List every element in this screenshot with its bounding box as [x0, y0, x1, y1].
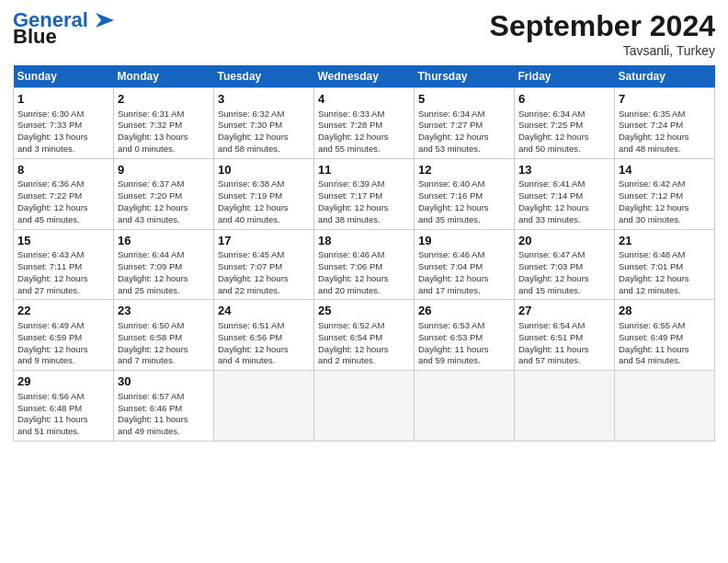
- day-info: Sunrise: 6:41 AM: [518, 178, 610, 190]
- day-info: Daylight: 12 hours: [619, 202, 711, 214]
- day-info: Daylight: 11 hours: [118, 414, 210, 426]
- day-number: 12: [418, 162, 510, 178]
- day-info: and 58 minutes.: [218, 144, 310, 155]
- day-info: Sunset: 6:58 PM: [118, 332, 210, 344]
- day-cell: 16Sunrise: 6:44 AMSunset: 7:09 PMDayligh…: [114, 229, 214, 300]
- day-number: 26: [418, 303, 510, 319]
- week-row-3: 15Sunrise: 6:43 AMSunset: 7:11 PMDayligh…: [14, 229, 715, 300]
- day-number: 9: [118, 162, 210, 178]
- day-info: Daylight: 12 hours: [218, 132, 310, 144]
- day-info: Sunrise: 6:38 AM: [218, 178, 310, 190]
- day-info: Sunset: 7:24 PM: [619, 120, 711, 132]
- day-cell: [515, 371, 615, 442]
- day-info: Sunrise: 6:34 AM: [518, 109, 610, 121]
- day-info: Sunset: 6:48 PM: [17, 403, 109, 415]
- day-info: Daylight: 12 hours: [418, 132, 510, 144]
- day-info: Sunrise: 6:39 AM: [318, 178, 410, 190]
- day-number: 29: [17, 373, 109, 390]
- day-info: Sunset: 7:30 PM: [218, 120, 310, 132]
- day-info: and 3 minutes.: [17, 144, 109, 155]
- day-info: and 22 minutes.: [218, 285, 310, 297]
- day-info: Sunrise: 6:50 AM: [118, 320, 210, 332]
- day-info: Sunrise: 6:40 AM: [418, 178, 510, 190]
- day-cell: 8Sunrise: 6:36 AMSunset: 7:22 PMDaylight…: [14, 158, 114, 229]
- day-info: Sunset: 6:56 PM: [218, 332, 310, 344]
- day-info: Sunset: 7:04 PM: [418, 261, 510, 273]
- day-info: Sunset: 7:28 PM: [318, 120, 410, 132]
- day-info: Daylight: 12 hours: [619, 132, 711, 144]
- day-number: 15: [17, 233, 109, 249]
- month-title: September 2024: [490, 9, 715, 43]
- day-info: Sunrise: 6:47 AM: [518, 249, 610, 261]
- day-cell: 13Sunrise: 6:41 AMSunset: 7:14 PMDayligh…: [515, 158, 615, 229]
- day-info: and 40 minutes.: [218, 214, 310, 226]
- day-info: Sunset: 7:09 PM: [118, 261, 210, 273]
- day-info: Sunrise: 6:37 AM: [118, 178, 210, 190]
- day-info: Sunrise: 6:30 AM: [17, 109, 109, 121]
- day-info: Sunrise: 6:53 AM: [418, 320, 510, 332]
- day-cell: 14Sunrise: 6:42 AMSunset: 7:12 PMDayligh…: [615, 158, 715, 229]
- week-row-2: 8Sunrise: 6:36 AMSunset: 7:22 PMDaylight…: [14, 158, 715, 229]
- day-number: 1: [17, 91, 109, 108]
- day-cell: 7Sunrise: 6:35 AMSunset: 7:24 PMDaylight…: [615, 88, 715, 159]
- day-info: Sunset: 6:51 PM: [518, 332, 610, 344]
- day-number: 24: [218, 303, 310, 319]
- day-info: Daylight: 13 hours: [118, 132, 210, 144]
- day-info: Sunset: 7:01 PM: [619, 261, 711, 273]
- day-info: Sunrise: 6:57 AM: [118, 391, 210, 403]
- day-cell: 18Sunrise: 6:46 AMSunset: 7:06 PMDayligh…: [314, 229, 415, 300]
- day-info: and 15 minutes.: [518, 285, 610, 297]
- day-info: Daylight: 12 hours: [518, 202, 610, 214]
- day-info: Daylight: 12 hours: [218, 202, 310, 214]
- header-cell-monday: Monday: [114, 65, 214, 88]
- day-info: Daylight: 11 hours: [17, 414, 109, 426]
- day-info: Daylight: 12 hours: [318, 344, 410, 356]
- day-info: Sunrise: 6:48 AM: [619, 249, 711, 261]
- day-cell: 11Sunrise: 6:39 AMSunset: 7:17 PMDayligh…: [314, 158, 415, 229]
- day-info: Sunrise: 6:36 AM: [17, 178, 109, 190]
- day-number: 18: [318, 233, 410, 249]
- day-info: Sunset: 7:19 PM: [218, 190, 310, 202]
- day-info: Sunset: 6:53 PM: [418, 332, 510, 344]
- day-info: and 54 minutes.: [619, 355, 711, 367]
- day-info: Daylight: 12 hours: [118, 202, 210, 214]
- day-cell: 22Sunrise: 6:49 AMSunset: 6:59 PMDayligh…: [14, 300, 114, 371]
- week-row-1: 1Sunrise: 6:30 AMSunset: 7:33 PMDaylight…: [14, 88, 715, 159]
- calendar-body: 1Sunrise: 6:30 AMSunset: 7:33 PMDaylight…: [14, 88, 715, 442]
- day-number: 3: [218, 91, 310, 108]
- day-info: Sunset: 7:16 PM: [418, 190, 510, 202]
- day-cell: 1Sunrise: 6:30 AMSunset: 7:33 PMDaylight…: [14, 88, 114, 159]
- day-info: Sunrise: 6:45 AM: [218, 249, 310, 261]
- day-info: and 30 minutes.: [619, 214, 711, 226]
- day-cell: 10Sunrise: 6:38 AMSunset: 7:19 PMDayligh…: [214, 158, 314, 229]
- day-info: Sunset: 6:59 PM: [17, 332, 109, 344]
- svg-marker-0: [96, 13, 114, 28]
- day-info: Daylight: 12 hours: [518, 273, 610, 285]
- day-cell: 19Sunrise: 6:46 AMSunset: 7:04 PMDayligh…: [415, 229, 515, 300]
- day-info: Sunset: 7:07 PM: [218, 261, 310, 273]
- day-info: and 25 minutes.: [118, 285, 210, 297]
- day-info: Sunset: 7:22 PM: [17, 190, 109, 202]
- day-info: Sunrise: 6:56 AM: [17, 391, 109, 403]
- day-info: Sunset: 7:12 PM: [619, 190, 711, 202]
- day-cell: 3Sunrise: 6:32 AMSunset: 7:30 PMDaylight…: [214, 88, 314, 159]
- day-info: and 0 minutes.: [118, 144, 210, 155]
- day-cell: 5Sunrise: 6:34 AMSunset: 7:27 PMDaylight…: [415, 88, 515, 159]
- day-info: and 48 minutes.: [619, 144, 711, 155]
- day-info: Sunset: 7:20 PM: [118, 190, 210, 202]
- day-info: Sunrise: 6:35 AM: [619, 109, 711, 121]
- header-cell-friday: Friday: [515, 65, 615, 88]
- day-info: Daylight: 12 hours: [17, 344, 109, 356]
- day-info: Daylight: 12 hours: [318, 202, 410, 214]
- day-number: 14: [619, 162, 711, 178]
- day-info: Daylight: 11 hours: [418, 344, 510, 356]
- day-number: 16: [118, 233, 210, 249]
- logo-blue: Blue: [13, 26, 57, 48]
- day-number: 22: [17, 303, 109, 319]
- day-cell: 15Sunrise: 6:43 AMSunset: 7:11 PMDayligh…: [14, 229, 114, 300]
- day-info: Sunrise: 6:54 AM: [518, 320, 610, 332]
- day-number: 21: [619, 233, 711, 249]
- day-info: and 38 minutes.: [318, 214, 410, 226]
- day-info: Sunrise: 6:34 AM: [418, 109, 510, 121]
- day-number: 5: [418, 91, 510, 108]
